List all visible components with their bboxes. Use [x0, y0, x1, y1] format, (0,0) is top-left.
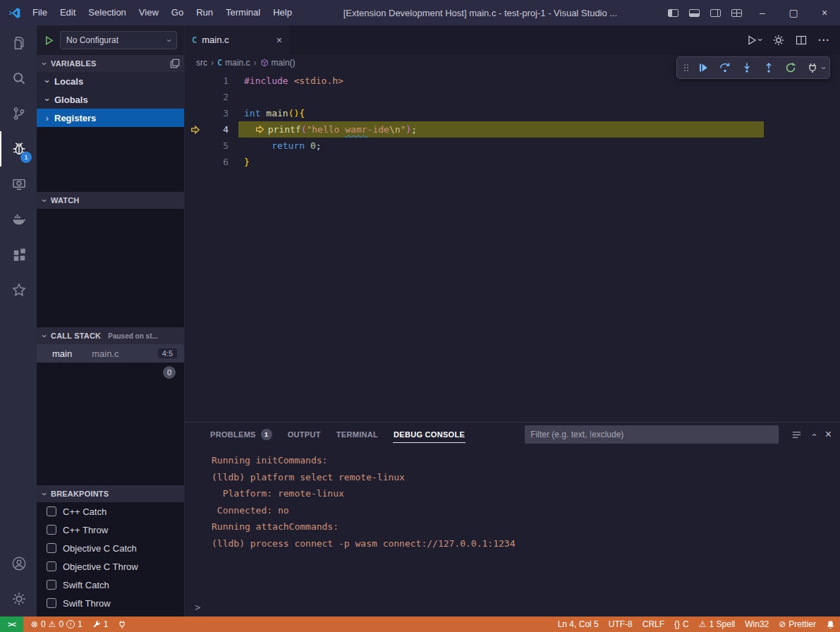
cursor-position[interactable]: Ln 4, Col 5 [553, 616, 604, 632]
close-panel-icon[interactable]: × [825, 429, 832, 440]
notifications[interactable] [821, 616, 840, 632]
eol[interactable]: CRLF [638, 616, 669, 632]
console-filter-input[interactable] [525, 425, 779, 444]
activity-search[interactable] [0, 61, 37, 96]
toggle-panel-icon[interactable] [683, 0, 705, 25]
remote-indicator[interactable]: >< [0, 616, 23, 632]
variables-section-header[interactable]: › VARIABLES [37, 55, 184, 72]
console-prompt[interactable]: > [185, 598, 840, 616]
panel-tab-output[interactable]: OUTPUT [280, 423, 329, 446]
panel-tab-debug-console[interactable]: DEBUG CONSOLE [386, 423, 473, 446]
breakpoint-row[interactable]: Swift Throw [37, 594, 184, 612]
prettier[interactable]: ⊘Prettier [774, 616, 821, 632]
variables-row-label: Globals [54, 95, 88, 105]
console-line: Connected: no [212, 502, 840, 519]
close-tab-icon[interactable]: × [276, 35, 282, 46]
breakpoint-label: Objective C Throw [63, 561, 138, 572]
checkbox-unchecked[interactable] [47, 598, 56, 608]
call-stack-frame[interactable]: main main.c 4:5 [37, 344, 184, 363]
breakpoint-row[interactable]: C++ Throw [37, 521, 184, 539]
status-text: 1 [78, 619, 83, 629]
inline-breakpoint-icon[interactable] [255, 125, 267, 134]
breakpoint-row[interactable]: Objective C Catch [37, 539, 184, 557]
activity-settings[interactable] [0, 581, 37, 616]
checkbox-unchecked[interactable] [47, 543, 56, 553]
menu-selection[interactable]: Selection [82, 0, 132, 25]
close-button[interactable]: × [809, 0, 840, 25]
restart-button[interactable] [781, 59, 801, 77]
activity-remote-explorer[interactable] [0, 166, 37, 202]
code-line-5[interactable]: 5 return 0; [185, 138, 840, 154]
run-file-button[interactable]: › [746, 35, 762, 46]
chevron-down-icon[interactable]: › [819, 66, 828, 69]
code-line-3[interactable]: 3int main(){ [185, 105, 840, 121]
panel-tab-problems[interactable]: PROBLEMS1 [202, 423, 280, 446]
minimize-button[interactable]: – [747, 0, 778, 25]
variables-row-registers[interactable]: ›Registers [37, 109, 184, 127]
activity-docker[interactable] [0, 202, 37, 237]
activity-explorer[interactable] [0, 25, 37, 61]
maximize-button[interactable]: ▢ [778, 0, 809, 25]
debug-icon [118, 620, 126, 628]
maximize-panel-icon[interactable]: › [809, 433, 818, 436]
breadcrumb-item[interactable]: main() [260, 58, 296, 68]
activity-source-control[interactable] [0, 96, 37, 131]
breadcrumb-item[interactable]: Cmain.c [217, 58, 250, 68]
platform[interactable]: Win32 [740, 616, 774, 632]
customize-layout-icon[interactable] [726, 0, 747, 25]
encoding[interactable]: UTF-8 [604, 616, 638, 632]
menu-file[interactable]: File [26, 0, 54, 25]
call-stack-section-header[interactable]: › CALL STACK Paused on st... [37, 327, 184, 344]
debug-status[interactable] [113, 616, 131, 632]
twistie-icon: › [40, 195, 49, 205]
variables-row-globals[interactable]: ›Globals [37, 90, 184, 109]
watch-section-header[interactable]: › WATCH [37, 192, 184, 209]
checkbox-unchecked[interactable] [47, 525, 56, 535]
code-token [244, 138, 272, 154]
tools-status[interactable]: 1 [87, 616, 114, 632]
activity-favorites[interactable] [0, 272, 37, 308]
breakpoints-section-header[interactable]: › BREAKPOINTS [37, 485, 184, 502]
menu-go[interactable]: Go [165, 0, 190, 25]
menu-terminal[interactable]: Terminal [219, 0, 267, 25]
activity-run-and-debug[interactable]: 1 [0, 131, 37, 166]
breakpoint-row[interactable]: Swift Catch [37, 576, 184, 594]
drag-handle-icon[interactable] [681, 62, 691, 73]
step-over-button[interactable] [716, 59, 735, 77]
breadcrumb-item[interactable]: src [196, 58, 207, 68]
checkbox-unchecked[interactable] [47, 580, 56, 590]
variables-row-locals[interactable]: ›Locals [37, 72, 184, 90]
breakpoint-row[interactable]: C++ Catch [37, 502, 184, 521]
code-editor[interactable]: 1#include <stdio.h>23int main(){4 printf… [185, 71, 840, 422]
more-actions-button[interactable]: ··· [818, 35, 830, 46]
menu-edit[interactable]: Edit [54, 0, 82, 25]
settings-gear-button[interactable] [773, 35, 784, 46]
split-editor-button[interactable] [796, 35, 807, 46]
spell-checker[interactable]: ⚠1 Spell [694, 616, 740, 632]
start-debug-icon[interactable] [44, 35, 54, 46]
menu-run[interactable]: Run [190, 0, 219, 25]
checkbox-unchecked[interactable] [47, 506, 56, 516]
collapse-all-icon[interactable] [170, 59, 180, 68]
code-line-2[interactable]: 2 [185, 89, 840, 105]
toggle-sidebar-icon[interactable] [662, 0, 683, 25]
panel-tab-terminal[interactable]: TERMINAL [329, 423, 386, 446]
language-mode[interactable]: {}C [669, 616, 694, 632]
continue-button[interactable] [694, 59, 713, 77]
step-into-button[interactable] [738, 59, 757, 77]
chevron-right-icon: › [211, 58, 214, 68]
toggle-secondary-sidebar-icon[interactable] [705, 0, 726, 25]
debug-config-dropdown[interactable]: No Configurat › [60, 31, 177, 49]
output-actions-icon[interactable] [791, 430, 802, 440]
breakpoint-row[interactable]: Objective C Throw [37, 557, 184, 576]
menu-help[interactable]: Help [267, 0, 298, 25]
activity-extensions[interactable] [0, 237, 37, 272]
checkbox-unchecked[interactable] [47, 561, 56, 571]
code-line-6[interactable]: 6} [185, 154, 840, 170]
code-line-4[interactable]: 4 printf("hello wamr-ide\n"); [185, 121, 840, 138]
activity-accounts[interactable] [0, 546, 37, 581]
step-out-button[interactable] [760, 59, 779, 77]
tab-main-c[interactable]: C main.c × [185, 25, 289, 54]
menu-view[interactable]: View [133, 0, 165, 25]
problems[interactable]: ⊗0⚠0i1 [26, 616, 87, 632]
